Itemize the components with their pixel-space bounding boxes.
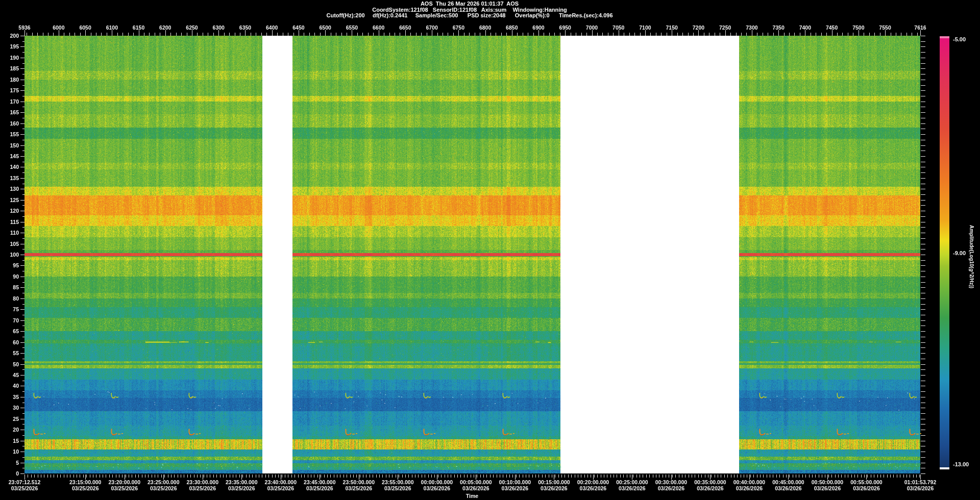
spectrogram-plot-canvas[interactable]	[0, 0, 980, 500]
frequency-axis-tick-label: 25	[0, 416, 19, 422]
time-label-date: 03/26/2026	[812, 486, 843, 492]
record-axis-tick-label: 7450	[826, 24, 838, 31]
time-axis-tick-label: 00:20:00.00003/26/2026	[577, 480, 609, 491]
frequency-axis-tick-label: 40	[0, 383, 19, 389]
frequency-axis-tick-label: 70	[0, 317, 19, 323]
time-label-clock: 01:01:53.792	[904, 480, 936, 486]
time-axis-tick-label: 23:40:00.00003/25/2026	[265, 480, 297, 491]
time-label-clock: 00:15:00.000	[538, 480, 570, 486]
record-axis-tick-label: 6500	[319, 24, 331, 31]
frequency-axis-tick-label: 170	[0, 98, 19, 105]
record-axis-tick-label: 7100	[639, 24, 651, 31]
frequency-axis-tick-label: 110	[0, 230, 19, 236]
time-label-date: 03/25/2026	[69, 486, 101, 492]
time-label-date: 03/26/2026	[655, 486, 687, 492]
time-axis-tick-label: 00:45:00.00003/26/2026	[772, 480, 804, 491]
time-label-date: 03/25/2026	[148, 486, 179, 492]
record-axis-tick-label: 6750	[453, 24, 464, 31]
record-axis-tick-label: 6250	[186, 24, 198, 31]
colorbar-bottom-cap	[940, 467, 949, 469]
frequency-axis-tick-label: 75	[0, 306, 19, 312]
time-axis-tick-label: 23:15:00.00003/25/2026	[69, 480, 101, 491]
frequency-axis-tick-label: 90	[0, 273, 19, 280]
time-axis-tick-label: 00:10:00.00003/26/2026	[499, 480, 531, 491]
record-axis-tick-label: 7200	[693, 24, 704, 31]
frequency-axis-tick-label: 10	[0, 448, 19, 455]
record-axis-tick-label: 6100	[106, 24, 118, 31]
time-label-clock: 00:55:00.000	[850, 480, 882, 486]
record-axis-tick-label: 6200	[159, 24, 171, 31]
time-label-clock: 23:50:00.000	[343, 480, 375, 486]
time-axis-tick-label: 23:20:00.00003/25/2026	[109, 480, 140, 491]
time-axis-tick-label: 01:01:53.79203/26/2026	[904, 480, 936, 491]
time-label-date: 03/26/2026	[577, 486, 609, 492]
frequency-axis-tick-label: 120	[0, 208, 19, 214]
time-axis-tick-label: 23:50:00.00003/25/2026	[343, 480, 375, 491]
record-axis-tick-label: 6600	[373, 24, 384, 31]
time-label-date: 03/26/2026	[421, 486, 453, 492]
frequency-axis-tick-label: 45	[0, 372, 19, 378]
frequency-axis-tick-label: 15	[0, 438, 19, 444]
frequency-axis-tick-label: 100	[0, 252, 19, 258]
frequency-axis-tick-label: 30	[0, 405, 19, 411]
record-axis-tick-label: 7050	[612, 24, 624, 31]
colorbar-tick-label: -9.00	[953, 250, 966, 256]
record-axis-tick-label: 6050	[79, 24, 91, 31]
time-axis-tick-label: 00:40:00.00003/26/2026	[733, 480, 765, 491]
record-axis-tick-label: 7350	[772, 24, 784, 31]
time-label-date: 03/26/2026	[850, 486, 882, 492]
time-label-clock: 00:45:00.000	[772, 480, 804, 486]
frequency-axis-tick-label: 105	[0, 241, 19, 247]
time-label-date: 03/25/2026	[382, 486, 413, 492]
record-axis-tick-label: 6800	[479, 24, 491, 31]
frequency-axis-tick-label: 200	[0, 33, 19, 39]
frequency-axis-tick-label: 35	[0, 394, 19, 400]
frequency-axis-tick-label: 150	[0, 142, 19, 148]
record-axis-tick-label: 7550	[879, 24, 891, 31]
time-axis-tick-label: 00:35:00.00003/26/2026	[694, 480, 726, 491]
time-label-date: 03/26/2026	[904, 486, 936, 492]
time-label-date: 03/26/2026	[772, 486, 804, 492]
time-axis-tick-label: 00:30:00.00003/26/2026	[655, 480, 687, 491]
record-axis-tick-label: 6850	[506, 24, 518, 31]
time-label-clock: 23:07:12.512	[9, 480, 40, 486]
frequency-axis-tick-label: 55	[0, 350, 19, 356]
record-axis-tick-label: 7150	[666, 24, 678, 31]
time-axis-tick-label: 23:45:00.00003/25/2026	[304, 480, 335, 491]
time-label-date: 03/25/2026	[265, 486, 297, 492]
time-label-date: 03/25/2026	[187, 486, 218, 492]
time-label-date: 03/25/2026	[343, 486, 375, 492]
time-label-clock: 00:35:00.000	[694, 480, 726, 486]
time-label-clock: 00:10:00.000	[499, 480, 531, 486]
time-label-date: 03/26/2026	[499, 486, 531, 492]
time-axis-tick-label: 00:00:00.00003/26/2026	[421, 480, 453, 491]
frequency-axis-tick-label: 195	[0, 43, 19, 49]
time-label-clock: 23:25:00.000	[148, 480, 179, 486]
time-label-date: 03/26/2026	[616, 486, 648, 492]
time-label-clock: 00:20:00.000	[577, 480, 609, 486]
record-axis-tick-label: 7400	[799, 24, 811, 31]
time-label-clock: 00:05:00.000	[460, 480, 492, 486]
time-label-date: 03/26/2026	[694, 486, 726, 492]
frequency-axis-tick-label: 5	[0, 460, 19, 466]
record-axis-tick-label: 5936	[18, 24, 30, 31]
time-label-date: 03/26/2026	[460, 486, 492, 492]
time-axis-tick-label: 00:15:00.00003/26/2026	[538, 480, 570, 491]
time-label-clock: 23:30:00.000	[187, 480, 218, 486]
time-axis-tick-label: 23:55:00.00003/25/2026	[382, 480, 413, 491]
time-axis-tick-label: 23:25:00.00003/25/2026	[148, 480, 179, 491]
time-label-clock: 00:40:00.000	[733, 480, 765, 486]
time-label-date: 03/25/2026	[304, 486, 335, 492]
record-axis-tick-label: 7000	[586, 24, 598, 31]
time-axis-tick-label: 00:05:00.00003/26/2026	[460, 480, 492, 491]
record-axis-tick-label: 6300	[213, 24, 225, 31]
time-axis-tick-label: 23:07:12.51203/25/2026	[9, 480, 40, 491]
record-axis-tick-label: 7250	[719, 24, 731, 31]
time-label-clock: 23:35:00.000	[226, 480, 257, 486]
record-axis-tick-label: 6550	[346, 24, 358, 31]
colorbar-tick-label: -5.00	[953, 36, 966, 42]
time-axis-tick-label: 00:55:00.00003/26/2026	[850, 480, 882, 491]
frequency-axis-tick-label: 165	[0, 109, 19, 115]
record-axis-tick-label: 6700	[426, 24, 437, 31]
time-label-date: 03/25/2026	[109, 486, 140, 492]
